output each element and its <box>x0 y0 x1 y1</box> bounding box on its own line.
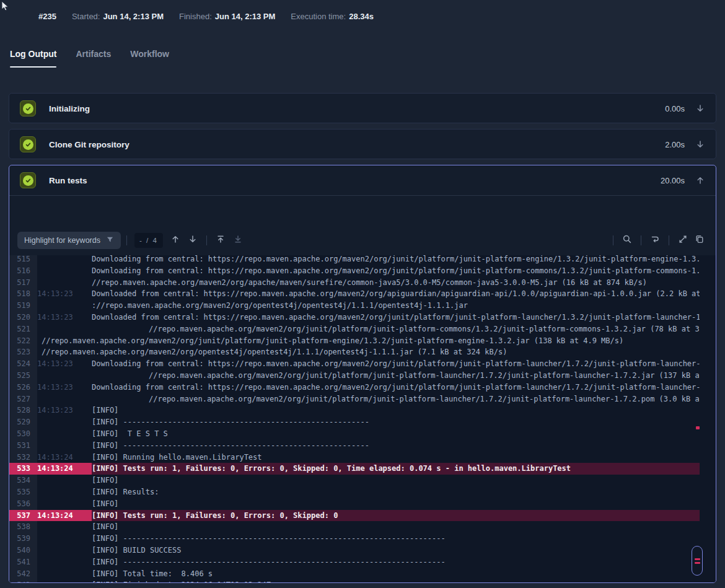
line-number[interactable]: 518 <box>9 288 37 300</box>
line-text: [INFO] ---------------------------------… <box>92 556 700 568</box>
tab-workflow[interactable]: Workflow <box>130 49 169 68</box>
execution-time-value: 28.34s <box>349 12 374 21</box>
line-number[interactable]: 517 <box>9 277 37 289</box>
line-number[interactable]: 525 <box>9 370 37 382</box>
line-number[interactable]: 538 <box>9 521 37 533</box>
line-text: [INFO] Tests run: 1, Failures: 0, Errors… <box>92 463 700 475</box>
line-number[interactable]: 528 <box>9 405 37 416</box>
line-number[interactable]: 530 <box>9 428 37 440</box>
log-line: 534[INFO] <box>9 475 700 486</box>
line-text: [INFO] T E S T S <box>92 428 700 440</box>
line-text: ://repo.maven.apache.org/maven2/org/open… <box>92 300 700 312</box>
line-number[interactable]: 522 <box>9 335 37 347</box>
step-header-initializing[interactable]: Initializing 0.00s <box>9 94 716 123</box>
line-number[interactable]: 536 <box>9 498 37 510</box>
line-timestamp: 14:13:24 <box>37 463 92 475</box>
log-line: 522//repo.maven.apache.org/maven2/org/ju… <box>9 335 700 347</box>
line-number[interactable]: 520 <box>9 312 37 323</box>
line-number[interactable]: 516 <box>9 265 37 277</box>
line-text: //repo.maven.apache.org/maven2/org/junit… <box>92 323 700 335</box>
chevron-down-icon[interactable] <box>695 103 705 113</box>
line-number[interactable]: 515 <box>9 255 37 265</box>
log-line: 530[INFO] T E S T S <box>9 428 700 440</box>
line-number[interactable]: 521 <box>9 323 37 335</box>
log-line: 517//repo.maven.apache.org/maven2/org/ap… <box>9 277 700 289</box>
scrollbar-handle[interactable] <box>692 546 703 576</box>
build-meta-bar: #235 Started:Jun 14, 2:13 PM Finished:Ju… <box>38 12 374 21</box>
line-timestamp <box>37 416 92 428</box>
chevron-down-icon[interactable] <box>695 139 705 149</box>
line-timestamp: 14:13:23 <box>37 405 92 416</box>
finished-value: Jun 14, 2:13 PM <box>215 12 276 21</box>
previous-match-button[interactable] <box>167 232 183 248</box>
line-number[interactable]: 533 <box>9 463 37 475</box>
toolbar-divider <box>206 235 207 245</box>
highlight-keywords-button[interactable]: Highlight for keywords <box>17 232 121 249</box>
line-number[interactable]: 532 <box>9 452 37 463</box>
scroll-to-bottom-button[interactable] <box>230 232 246 248</box>
line-text: Downloading from central: https://repo.m… <box>92 255 700 265</box>
step-duration: 0.00s <box>665 104 685 113</box>
match-counter[interactable]: - / 4 <box>134 233 163 248</box>
log-line: 51814:13:23Downloaded from central: http… <box>9 288 700 300</box>
line-number[interactable]: 531 <box>9 440 37 452</box>
tab-artifacts[interactable]: Artifacts <box>76 49 111 68</box>
line-number[interactable]: 534 <box>9 475 37 486</box>
line-number[interactable]: 529 <box>9 416 37 428</box>
started-label: Started: <box>72 12 100 21</box>
line-timestamp <box>37 521 92 533</box>
line-number[interactable]: 526 <box>9 382 37 393</box>
tab-log-output[interactable]: Log Output <box>10 49 56 68</box>
step-card-initializing: Initializing 0.00s <box>9 93 716 123</box>
line-number[interactable]: 543 <box>9 579 37 582</box>
line-timestamp <box>37 428 92 440</box>
line-number[interactable]: 519 <box>9 300 37 312</box>
log-line: 542[INFO] Total time: 8.406 s <box>9 568 700 580</box>
line-number[interactable]: 527 <box>9 393 37 405</box>
expand-icon <box>678 234 688 247</box>
arrow-up-icon <box>170 234 180 247</box>
line-number[interactable]: 539 <box>9 533 37 545</box>
wrap-lines-button[interactable] <box>647 232 663 248</box>
line-number[interactable]: 523 <box>9 346 37 358</box>
step-title: Run tests <box>49 176 661 185</box>
wrap-lines-icon <box>650 234 660 247</box>
scrollbar-error-marker <box>696 426 700 429</box>
started-value: Jun 14, 2:13 PM <box>103 12 164 21</box>
line-number[interactable]: 540 <box>9 545 37 556</box>
line-text: [INFO] BUILD SUCCESS <box>92 545 700 556</box>
line-timestamp <box>37 277 92 289</box>
expand-button[interactable] <box>675 232 691 248</box>
log-viewport[interactable]: 515Downloading from central: https://rep… <box>9 255 716 582</box>
search-button[interactable] <box>619 232 635 248</box>
log-line: 52614:13:23Downloading from central: htt… <box>9 382 700 393</box>
log-line: 540[INFO] BUILD SUCCESS <box>9 545 700 556</box>
line-number[interactable]: 541 <box>9 556 37 568</box>
step-header-run-tests[interactable]: Run tests 20.00s <box>9 165 716 195</box>
line-text: [INFO] ---------------------------------… <box>92 416 700 428</box>
log-line: 535[INFO] Results: <box>9 486 700 498</box>
line-number[interactable]: 535 <box>9 486 37 498</box>
chevron-up-icon[interactable] <box>695 175 705 185</box>
scroll-to-top-button[interactable] <box>213 232 229 248</box>
log-line: 539[INFO] ------------------------------… <box>9 533 700 545</box>
line-number[interactable]: 524 <box>9 358 37 370</box>
log-line: 515Downloading from central: https://rep… <box>9 255 700 265</box>
step-header-clone-git[interactable]: Clone Git repository 2.00s <box>9 129 716 159</box>
line-number[interactable]: 537 <box>9 510 37 522</box>
toolbar-divider <box>641 235 641 245</box>
search-icon <box>622 234 632 247</box>
line-number[interactable]: 542 <box>9 568 37 580</box>
log-line: 525//repo.maven.apache.org/maven2/org/ju… <box>9 370 700 382</box>
log-line: 53314:13:24[INFO] Tests run: 1, Failures… <box>9 463 700 475</box>
next-match-button[interactable] <box>185 232 201 248</box>
copy-button[interactable] <box>692 232 708 248</box>
log-line: 519://repo.maven.apache.org/maven2/org/o… <box>9 300 700 312</box>
log-line: 53214:13:24[INFO] Running hello.maven.Li… <box>9 452 700 463</box>
success-check-icon <box>20 136 36 152</box>
funnel-icon <box>106 235 114 246</box>
log-line: 531[INFO] ------------------------------… <box>9 440 700 452</box>
log-line: 52014:13:23Downloaded from central: http… <box>9 312 700 323</box>
line-timestamp: 14:13:23 <box>37 358 92 370</box>
line-text: [INFO] <box>92 521 700 533</box>
